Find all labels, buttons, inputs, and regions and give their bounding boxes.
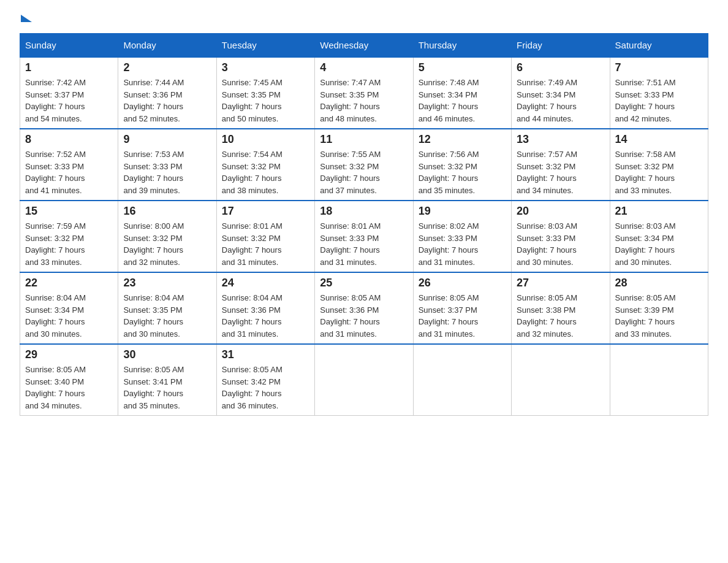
daylight-label: Daylight: 7 hours: [25, 389, 85, 398]
sunset-label: Sunset: 3:39 PM: [615, 305, 674, 315]
weekday-header-monday: Monday: [118, 34, 216, 58]
day-number: 18: [320, 205, 408, 218]
sunset-label: Sunset: 3:38 PM: [517, 305, 575, 315]
calendar-week-row: 1 Sunrise: 7:42 AM Sunset: 3:37 PM Dayli…: [20, 57, 708, 129]
sunrise-label: Sunrise: 8:00 AM: [123, 221, 184, 231]
daylight-label: Daylight: 7 hours: [615, 317, 675, 326]
day-number: 23: [123, 277, 211, 289]
daylight-label: Daylight: 7 hours: [25, 317, 85, 326]
day-info: Sunrise: 8:03 AM Sunset: 3:33 PM Dayligh…: [517, 220, 604, 268]
sunset-label: Sunset: 3:32 PM: [419, 162, 477, 171]
sunset-label: Sunset: 3:35 PM: [320, 90, 379, 99]
calendar-day-cell: 11 Sunrise: 7:55 AM Sunset: 3:32 PM Dayl…: [315, 129, 413, 201]
day-number: 13: [517, 133, 604, 146]
daylight-minutes: and 31 minutes.: [320, 258, 377, 267]
daylight-label: Daylight: 7 hours: [517, 174, 577, 183]
calendar-table: SundayMondayTuesdayWednesdayThursdayFrid…: [20, 33, 708, 416]
daylight-minutes: and 46 minutes.: [419, 114, 476, 123]
day-number: 7: [615, 61, 703, 74]
daylight-minutes: and 30 minutes.: [123, 329, 180, 339]
daylight-label: Daylight: 7 hours: [419, 245, 479, 255]
sunset-label: Sunset: 3:33 PM: [517, 234, 575, 243]
calendar-day-cell: 17 Sunrise: 8:01 AM Sunset: 3:32 PM Dayl…: [216, 201, 314, 272]
daylight-label: Daylight: 7 hours: [25, 102, 85, 111]
day-number: 28: [615, 277, 703, 289]
calendar-empty-cell: [512, 344, 610, 416]
day-number: 6: [517, 61, 604, 74]
calendar-day-cell: 12 Sunrise: 7:56 AM Sunset: 3:32 PM Dayl…: [413, 129, 511, 201]
daylight-label: Daylight: 7 hours: [419, 174, 479, 183]
sunrise-label: Sunrise: 8:02 AM: [419, 221, 479, 231]
calendar-day-cell: 19 Sunrise: 8:02 AM Sunset: 3:33 PM Dayl…: [413, 201, 511, 272]
day-number: 2: [123, 61, 211, 74]
day-number: 26: [419, 277, 506, 289]
sunset-label: Sunset: 3:34 PM: [419, 90, 477, 99]
daylight-minutes: and 38 minutes.: [222, 186, 279, 195]
daylight-minutes: and 39 minutes.: [123, 186, 180, 195]
day-info: Sunrise: 8:00 AM Sunset: 3:32 PM Dayligh…: [123, 220, 211, 268]
calendar-day-cell: 26 Sunrise: 8:05 AM Sunset: 3:37 PM Dayl…: [413, 272, 511, 344]
sunset-label: Sunset: 3:35 PM: [123, 305, 182, 315]
calendar-day-cell: 4 Sunrise: 7:47 AM Sunset: 3:35 PM Dayli…: [315, 57, 413, 129]
calendar-day-cell: 2 Sunrise: 7:44 AM Sunset: 3:36 PM Dayli…: [118, 57, 216, 129]
calendar-week-row: 8 Sunrise: 7:52 AM Sunset: 3:33 PM Dayli…: [20, 129, 708, 201]
sunrise-label: Sunrise: 8:05 AM: [222, 365, 282, 374]
weekday-header-tuesday: Tuesday: [216, 34, 314, 58]
calendar-day-cell: 15 Sunrise: 7:59 AM Sunset: 3:32 PM Dayl…: [20, 201, 118, 272]
daylight-minutes: and 36 minutes.: [222, 401, 279, 410]
daylight-minutes: and 35 minutes.: [419, 186, 476, 195]
daylight-minutes: and 42 minutes.: [615, 114, 672, 123]
daylight-label: Daylight: 7 hours: [517, 245, 577, 255]
sunset-label: Sunset: 3:34 PM: [517, 90, 575, 99]
day-number: 4: [320, 61, 408, 74]
sunset-label: Sunset: 3:32 PM: [320, 162, 379, 171]
sunset-label: Sunset: 3:35 PM: [222, 90, 281, 99]
sunset-label: Sunset: 3:36 PM: [123, 90, 182, 99]
daylight-minutes: and 34 minutes.: [517, 186, 574, 195]
sunset-label: Sunset: 3:32 PM: [517, 162, 575, 171]
sunrise-label: Sunrise: 7:57 AM: [517, 150, 577, 159]
calendar-day-cell: 10 Sunrise: 7:54 AM Sunset: 3:32 PM Dayl…: [216, 129, 314, 201]
calendar-day-cell: 6 Sunrise: 7:49 AM Sunset: 3:34 PM Dayli…: [512, 57, 610, 129]
calendar-week-row: 22 Sunrise: 8:04 AM Sunset: 3:34 PM Dayl…: [20, 272, 708, 344]
calendar-day-cell: 14 Sunrise: 7:58 AM Sunset: 3:32 PM Dayl…: [610, 129, 708, 201]
daylight-minutes: and 31 minutes.: [419, 329, 476, 339]
calendar-day-cell: 28 Sunrise: 8:05 AM Sunset: 3:39 PM Dayl…: [610, 272, 708, 344]
day-info: Sunrise: 8:04 AM Sunset: 3:34 PM Dayligh…: [25, 292, 113, 340]
sunrise-label: Sunrise: 8:05 AM: [25, 365, 86, 374]
sunrise-label: Sunrise: 8:05 AM: [615, 293, 676, 302]
sunset-label: Sunset: 3:34 PM: [25, 305, 84, 315]
day-info: Sunrise: 7:59 AM Sunset: 3:32 PM Dayligh…: [25, 220, 113, 268]
sunrise-label: Sunrise: 7:44 AM: [123, 78, 184, 87]
calendar-day-cell: 9 Sunrise: 7:53 AM Sunset: 3:33 PM Dayli…: [118, 129, 216, 201]
sunset-label: Sunset: 3:33 PM: [419, 234, 477, 243]
sunrise-label: Sunrise: 7:53 AM: [123, 150, 184, 159]
daylight-label: Daylight: 7 hours: [123, 245, 183, 255]
calendar-empty-cell: [315, 344, 413, 416]
day-number: 8: [25, 133, 113, 146]
daylight-label: Daylight: 7 hours: [222, 317, 282, 326]
daylight-label: Daylight: 7 hours: [123, 102, 183, 111]
sunset-label: Sunset: 3:37 PM: [419, 305, 477, 315]
day-number: 9: [123, 133, 211, 146]
daylight-label: Daylight: 7 hours: [320, 317, 380, 326]
daylight-minutes: and 32 minutes.: [123, 258, 180, 267]
sunset-label: Sunset: 3:42 PM: [222, 377, 281, 386]
day-number: 31: [222, 348, 309, 361]
calendar-day-cell: 13 Sunrise: 7:57 AM Sunset: 3:32 PM Dayl…: [512, 129, 610, 201]
sunset-label: Sunset: 3:33 PM: [615, 90, 674, 99]
day-number: 29: [25, 348, 113, 361]
sunrise-label: Sunrise: 8:03 AM: [517, 221, 577, 231]
day-info: Sunrise: 8:05 AM Sunset: 3:37 PM Dayligh…: [419, 292, 506, 340]
daylight-label: Daylight: 7 hours: [615, 245, 675, 255]
day-info: Sunrise: 8:03 AM Sunset: 3:34 PM Dayligh…: [615, 220, 703, 268]
day-info: Sunrise: 7:54 AM Sunset: 3:32 PM Dayligh…: [222, 148, 309, 196]
sunset-label: Sunset: 3:36 PM: [320, 305, 379, 315]
daylight-minutes: and 30 minutes.: [615, 258, 672, 267]
calendar-day-cell: 31 Sunrise: 8:05 AM Sunset: 3:42 PM Dayl…: [216, 344, 314, 416]
calendar-day-cell: 25 Sunrise: 8:05 AM Sunset: 3:36 PM Dayl…: [315, 272, 413, 344]
calendar-week-row: 29 Sunrise: 8:05 AM Sunset: 3:40 PM Dayl…: [20, 344, 708, 416]
calendar-day-cell: 24 Sunrise: 8:04 AM Sunset: 3:36 PM Dayl…: [216, 272, 314, 344]
sunrise-label: Sunrise: 8:05 AM: [320, 293, 381, 302]
day-info: Sunrise: 8:01 AM Sunset: 3:32 PM Dayligh…: [222, 220, 309, 268]
